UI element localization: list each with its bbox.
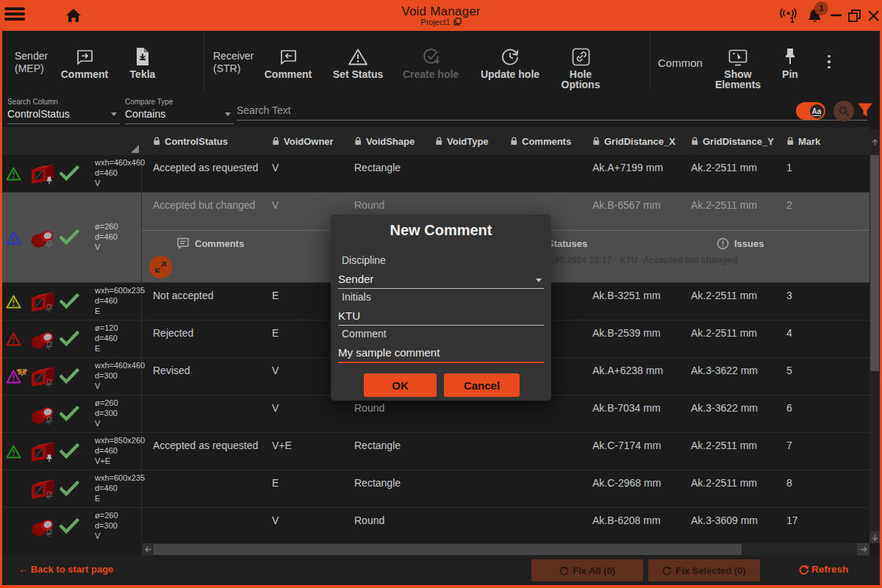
copy-project-icon[interactable]	[453, 18, 462, 27]
void-info-text: ø=260d=300V	[95, 511, 118, 541]
set-status-button[interactable]: Set Status	[323, 37, 393, 90]
search-column-dropdown[interactable]: Search Column ControlStatus	[7, 98, 120, 121]
check-icon	[60, 480, 79, 497]
lock-icon	[691, 137, 699, 146]
pin-cell[interactable]	[46, 175, 53, 188]
vertical-scrollbar-thumb[interactable]	[870, 155, 879, 371]
void-manager-window: Void Manager Project1 1 1	[0, 0, 882, 588]
scroll-up-icon[interactable]	[870, 137, 880, 148]
refresh-link[interactable]: Refresh	[799, 564, 848, 575]
close-button[interactable]	[866, 0, 881, 31]
common-group-label: Common	[658, 57, 703, 69]
hole-options-button[interactable]: HoleOptions	[545, 37, 616, 90]
more-options-icon[interactable]	[822, 49, 836, 75]
comments-icon	[176, 237, 190, 250]
column-header-voidtype[interactable]: VoidType	[424, 127, 499, 155]
titlebar: Void Manager Project1 1 1	[0, 0, 882, 31]
pin-icon	[784, 46, 797, 66]
cell-mark: 17	[775, 508, 870, 543]
pin-cell[interactable]	[46, 528, 53, 541]
search-text-input[interactable]: Search Text	[237, 104, 867, 116]
table-row[interactable]: wxh=600x235d=460EERectangleAk.C-2968 mmA…	[2, 470, 870, 508]
search-button[interactable]	[833, 101, 854, 121]
comment-receiver-button[interactable]: Comment	[253, 37, 323, 90]
scroll-left-icon[interactable]	[142, 543, 154, 556]
cell-control_status: Accepted as requested	[142, 433, 261, 470]
fix-all-button[interactable]: Fix All (0)	[531, 559, 643, 581]
fix-refresh-icon	[662, 566, 672, 576]
pin-cell[interactable]	[46, 378, 53, 391]
toolbar-separator	[650, 34, 650, 91]
column-header-griddistance_y[interactable]: GridDistance_Y	[680, 127, 775, 155]
back-to-start-link[interactable]: ← Back to start page	[18, 564, 113, 575]
horizontal-scrollbar[interactable]	[142, 543, 870, 556]
match-case-toggle[interactable]: Aa	[796, 102, 825, 120]
cell-void_type	[424, 508, 499, 543]
table-row[interactable]: wxh=460x460d=460VAccepted as requestedVR…	[2, 155, 870, 193]
row-frozen-cells: ø=260d=300V	[2, 508, 142, 543]
blue-warning-triangle-icon	[6, 230, 28, 245]
column-header-voidshape[interactable]: VoidShape	[343, 127, 424, 155]
fix-selected-button[interactable]: Fix Selected (0)	[648, 559, 760, 581]
discipline-dropdown[interactable]: Sender	[338, 273, 544, 287]
table-row[interactable]: ø=260d=300VVRoundAk.B-6208 mmAk.3-3609 m…	[2, 508, 870, 543]
cell-void_shape: Rectangle	[343, 155, 424, 193]
pin-button[interactable]: Pin	[755, 37, 825, 90]
column-header-griddistance_x[interactable]: GridDistance_X	[581, 127, 680, 155]
pin-cell[interactable]	[46, 303, 53, 316]
cell-mark: 4	[775, 320, 870, 358]
cell-void_owner: V	[261, 155, 343, 193]
tekla-button[interactable]: Tekla	[107, 37, 178, 90]
row-frozen-cells: ø=120d=460E	[2, 320, 142, 357]
create-hole-button[interactable]: Create hole	[395, 37, 466, 90]
ok-button[interactable]: OK	[364, 373, 437, 397]
column-header-comments[interactable]: Comments	[499, 127, 581, 155]
cell-grid_x: Ak.A+7199 mm	[581, 155, 680, 193]
cell-grid_y: Ak.2-2511 mm	[680, 155, 775, 193]
search-bar: Search Column ControlStatus Compare Type…	[2, 94, 880, 127]
void-info-text: ø=120d=460E	[95, 323, 118, 354]
green-warning-triangle-icon	[6, 444, 28, 459]
scroll-right-icon[interactable]	[857, 543, 870, 556]
column-header-mark[interactable]: Mark	[775, 127, 870, 155]
scroll-down-icon[interactable]	[870, 531, 880, 543]
frozen-header-cell	[2, 127, 142, 155]
grid-corner-triangle[interactable]	[131, 145, 139, 153]
unpinned-icon	[46, 379, 53, 388]
table-row[interactable]: wxh=850x260d=460V+EAccepted as requested…	[2, 433, 870, 470]
row-cells: Accepted as requestedVRectangleAk.A+7199…	[142, 155, 870, 193]
cell-grid_x: Ak.B-3251 mm	[581, 283, 680, 320]
notification-badge: 1	[814, 1, 828, 15]
pin-cell[interactable]	[46, 453, 53, 466]
unpinned-icon	[46, 304, 53, 313]
table-row[interactable]: ø=260d=300VVRoundAk.B-7034 mmAk.3-3622 m…	[2, 395, 870, 433]
maximize-button[interactable]	[847, 0, 861, 31]
cell-control_status: Accepted as requested	[142, 155, 261, 193]
pin-cell[interactable]	[46, 415, 53, 429]
minimize-button[interactable]	[829, 0, 842, 31]
column-header-voidowner[interactable]: VoidOwner	[261, 127, 343, 155]
vertical-scrollbar[interactable]	[870, 129, 880, 543]
column-header-controlstatus[interactable]: ControlStatus	[142, 127, 261, 155]
project-name: Project1	[0, 18, 882, 27]
broadcast-icon[interactable]: 1	[779, 0, 800, 31]
update-hole-button[interactable]: Update hole	[475, 37, 545, 90]
back-arrow-icon: ←	[18, 564, 31, 575]
pin-cell[interactable]	[46, 340, 53, 354]
new-comment-dialog: New Comment Discipline Sender Initials K…	[331, 215, 551, 401]
cancel-button[interactable]: Cancel	[444, 373, 520, 397]
initials-label: Initials	[338, 292, 544, 302]
show-elements-icon	[728, 46, 747, 66]
initials-input[interactable]: KTU	[338, 309, 544, 324]
comment-input[interactable]: My sample comment	[338, 346, 544, 361]
cell-void_owner: V	[261, 395, 343, 433]
expand-comments-button[interactable]	[149, 256, 172, 279]
horizontal-scrollbar-thumb[interactable]	[154, 544, 742, 555]
status-history-line: 07.05.2024 12:17 - KTU -Accepted but cha…	[542, 255, 737, 265]
compare-type-dropdown[interactable]: Compare Type Contains	[125, 98, 234, 121]
filter-icon[interactable]	[857, 102, 873, 118]
cell-void_shape: Round	[343, 395, 424, 433]
pin-cell[interactable]	[46, 490, 53, 503]
pin-cell[interactable]	[46, 239, 53, 252]
cell-comments	[499, 433, 581, 470]
